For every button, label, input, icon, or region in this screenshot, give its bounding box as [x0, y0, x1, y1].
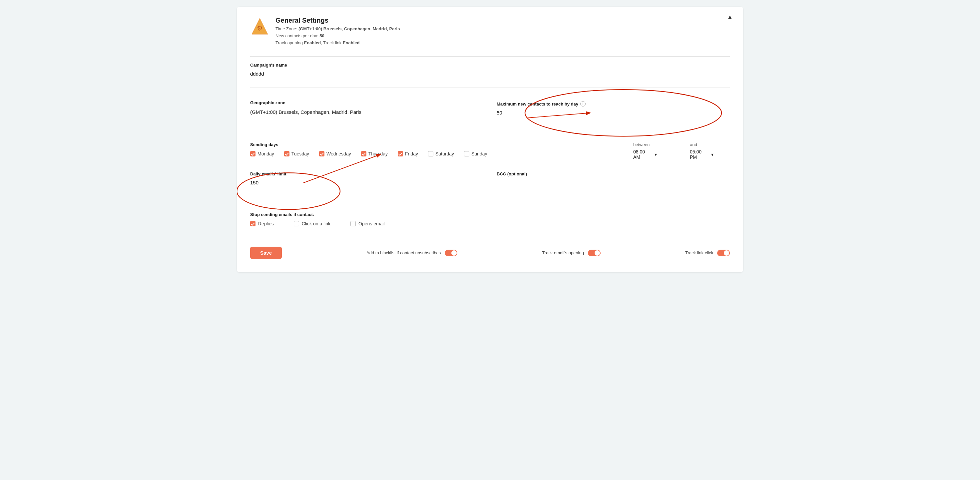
svg-text:⚙: ⚙	[257, 25, 263, 32]
day-label-friday: Friday	[405, 151, 418, 157]
stop-checkbox-click-on-a-link[interactable]	[294, 221, 299, 227]
track-link-toggle-group: Track link click	[685, 250, 730, 256]
day-label-saturday: Saturday	[435, 151, 454, 157]
stop-item-click-on-a-link[interactable]: Click on a link	[294, 221, 331, 227]
day-checkbox-thursday[interactable]	[361, 151, 366, 157]
end-time-select[interactable]: 05:00 PM ▾	[690, 149, 730, 162]
day-checkbox-monday[interactable]	[250, 151, 256, 157]
collapse-button[interactable]: ▲	[727, 13, 733, 21]
bcc-label: BCC (optional)	[497, 171, 730, 176]
max-contacts-info-icon: i	[580, 101, 585, 106]
sending-days-row: Sending days MondayTuesdayWednesdayThurs…	[250, 142, 730, 162]
stop-label-replies: Replies	[258, 221, 274, 227]
chevron-down-icon-2: ▾	[711, 152, 730, 157]
track-opening-label: Track email's opening	[542, 250, 584, 255]
day-checkbox-tuesday[interactable]	[284, 151, 290, 157]
stop-label-click-on-a-link: Click on a link	[302, 221, 331, 227]
day-checkbox-sunday[interactable]	[464, 151, 469, 157]
day-item-monday[interactable]: Monday	[250, 151, 274, 157]
geographic-value: (GMT+1:00) Brussels, Copenhagen, Madrid,…	[250, 107, 483, 117]
sending-days-label: Sending days	[250, 142, 487, 147]
stop-item-replies[interactable]: Replies	[250, 221, 274, 227]
annotation-overlay	[237, 7, 743, 272]
day-checkbox-saturday[interactable]	[428, 151, 433, 157]
daily-emails-label: Daily emails' limit	[250, 171, 483, 176]
time-and-group: and 05:00 PM ▾	[690, 142, 730, 162]
between-label: between	[633, 142, 673, 147]
day-item-sunday[interactable]: Sunday	[464, 151, 487, 157]
day-label-monday: Monday	[258, 151, 274, 157]
day-item-friday[interactable]: Friday	[398, 151, 418, 157]
sending-days-left: Sending days MondayTuesdayWednesdayThurs…	[250, 142, 487, 157]
campaign-name-input[interactable]	[250, 70, 730, 78]
days-row: MondayTuesdayWednesdayThursdayFridaySatu…	[250, 151, 487, 157]
footer: Save Add to blacklist if contact unsubsc…	[250, 240, 730, 259]
save-button[interactable]: Save	[250, 247, 282, 259]
time-range: between 08:00 AM ▾ and 05:00 PM ▾	[633, 142, 730, 162]
stop-items-row: RepliesClick on a linkOpens email	[250, 221, 730, 227]
day-item-thursday[interactable]: Thursday	[361, 151, 388, 157]
track-opening-toggle[interactable]	[588, 250, 601, 256]
track-opening-toggle-group: Track email's opening	[542, 250, 601, 256]
campaign-name-section: Campaign's name	[250, 63, 730, 78]
day-label-tuesday: Tuesday	[291, 151, 309, 157]
header-text: General Settings Time Zone: (GMT+1:00) B…	[275, 17, 400, 46]
stop-label-opens-email: Opens email	[358, 221, 385, 227]
max-contacts-label: Maximum new contacts to reach by day i	[497, 101, 730, 106]
geographic-label: Geographic zone	[250, 100, 483, 105]
day-item-saturday[interactable]: Saturday	[428, 151, 454, 157]
day-label-thursday: Thursday	[368, 151, 388, 157]
blacklist-label: Add to blacklist if contact unsubscribes	[366, 250, 441, 255]
and-label: and	[690, 142, 730, 147]
daily-emails-section: Daily emails' limit	[250, 171, 483, 187]
day-checkbox-friday[interactable]	[398, 151, 403, 157]
header: ⚙ General Settings Time Zone: (GMT+1:00)…	[250, 17, 730, 46]
time-between-group: between 08:00 AM ▾	[633, 142, 673, 162]
daily-emails-input[interactable]	[250, 178, 483, 187]
campaign-name-label: Campaign's name	[250, 63, 730, 68]
end-time-value: 05:00 PM	[690, 149, 708, 160]
day-item-wednesday[interactable]: Wednesday	[319, 151, 351, 157]
stop-sending-section: Stop sending emails if contact: RepliesC…	[250, 212, 730, 227]
header-subtitle: Time Zone: (GMT+1:00) Brussels, Copenhag…	[275, 25, 400, 46]
daily-bcc-row: Daily emails' limit BCC (optional)	[250, 171, 730, 196]
track-link-label: Track link click	[685, 250, 713, 255]
day-checkbox-wednesday[interactable]	[319, 151, 325, 157]
stop-item-opens-email[interactable]: Opens email	[350, 221, 385, 227]
day-label-wednesday: Wednesday	[326, 151, 351, 157]
day-item-tuesday[interactable]: Tuesday	[284, 151, 309, 157]
geographic-max-row: Geographic zone (GMT+1:00) Brussels, Cop…	[250, 100, 730, 127]
geographic-zone-section: Geographic zone (GMT+1:00) Brussels, Cop…	[250, 100, 483, 117]
track-link-toggle[interactable]	[717, 250, 730, 256]
stop-checkbox-replies[interactable]	[250, 221, 256, 227]
start-time-select[interactable]: 08:00 AM ▾	[633, 149, 673, 162]
day-label-sunday: Sunday	[471, 151, 487, 157]
max-contacts-section: Maximum new contacts to reach by day i	[497, 101, 730, 117]
blacklist-toggle-group: Add to blacklist if contact unsubscribes	[366, 250, 457, 256]
stop-sending-label: Stop sending emails if contact:	[250, 212, 730, 217]
stop-checkbox-opens-email[interactable]	[350, 221, 356, 227]
bcc-input[interactable]	[497, 178, 730, 187]
logo-icon: ⚙	[250, 17, 269, 36]
page-title: General Settings	[275, 17, 400, 24]
max-contacts-input[interactable]	[497, 109, 730, 117]
chevron-down-icon: ▾	[655, 152, 673, 157]
blacklist-toggle[interactable]	[445, 250, 457, 256]
bcc-section: BCC (optional)	[497, 171, 730, 187]
start-time-value: 08:00 AM	[633, 149, 652, 160]
